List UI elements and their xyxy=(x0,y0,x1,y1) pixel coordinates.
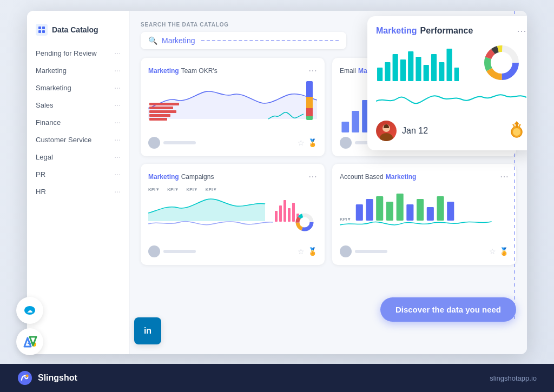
sidebar-item-dots: ··· xyxy=(114,101,121,109)
sidebar-item-pr[interactable]: PR ··· xyxy=(27,165,129,183)
card-marketing-campaigns: Marketing Campaigns ⋯ KPI▼ KPI▼ KPI▼ KPI… xyxy=(141,164,325,265)
floating-title-rest: Performance xyxy=(420,26,473,36)
main-wrapper: Data Catalog Pending for Review ··· Mark… xyxy=(0,0,554,392)
sidebar-item-pending[interactable]: Pending for Review ··· xyxy=(27,44,129,62)
card-username xyxy=(163,141,196,144)
card-menu-button[interactable]: ⋯ xyxy=(500,171,509,182)
search-query: Marketing xyxy=(162,36,195,45)
app-window: Data Catalog Pending for Review ··· Mark… xyxy=(27,11,527,354)
sidebar-item-sales[interactable]: Sales ··· xyxy=(27,96,129,114)
floating-performance-card: Marketing Performance ⋯ xyxy=(367,16,527,150)
card-action-icons: ☆ 🏅 xyxy=(489,247,509,256)
floating-award-icon xyxy=(507,120,526,142)
svg-rect-5 xyxy=(352,111,359,132)
floating-chart-area xyxy=(376,43,526,114)
card-avatar xyxy=(148,245,160,257)
color-bar xyxy=(306,81,313,120)
svg-rect-42 xyxy=(393,54,398,81)
card-username xyxy=(163,250,196,253)
svg-rect-45 xyxy=(416,57,421,81)
svg-rect-49 xyxy=(446,49,452,81)
search-dashes xyxy=(201,40,339,41)
kpi-label: KPI▼ xyxy=(167,187,179,192)
card-user-info xyxy=(148,245,196,257)
star-icon[interactable]: ☆ xyxy=(298,247,305,256)
sidebar-item-dots: ··· xyxy=(114,49,121,57)
card-username xyxy=(355,250,387,253)
svg-rect-3 xyxy=(42,30,45,33)
app-logos: ☁ xyxy=(16,297,43,355)
kpi-labels: KPI▼ KPI▼ KPI▼ KPI▼ xyxy=(148,187,317,192)
svg-rect-44 xyxy=(408,51,413,81)
star-icon[interactable]: ☆ xyxy=(298,138,305,147)
sidebar-item-marketing[interactable]: Marketing ··· xyxy=(27,62,129,79)
svg-rect-1 xyxy=(42,26,45,29)
card-title: Marketing Team OKR's xyxy=(148,67,217,75)
card-avatar xyxy=(340,137,352,149)
svg-rect-47 xyxy=(431,54,437,81)
medal-icon: 🏅 xyxy=(499,247,509,256)
card-title: Marketing Campaigns xyxy=(148,173,214,181)
card-user-info xyxy=(340,245,387,257)
cta-button[interactable]: Discover the data you need xyxy=(380,297,516,322)
search-bar[interactable]: 🔍 Marketing xyxy=(141,32,346,49)
brand-name: Slingshot xyxy=(38,373,77,383)
svg-rect-46 xyxy=(424,65,429,81)
sidebar-title: Data Catalog xyxy=(52,25,98,34)
floating-wave-chart xyxy=(376,82,526,114)
floating-bar-chart xyxy=(376,43,459,81)
card-marketing-okr: Marketing Team OKR's ⋯ xyxy=(141,58,325,156)
sidebar-item-dots: ··· xyxy=(114,135,121,144)
red-bars xyxy=(149,103,179,121)
card-avatar xyxy=(340,245,352,257)
chart-account: KPI▼ xyxy=(340,187,509,241)
floating-user-info: Jan 12 xyxy=(376,121,428,141)
medal-icon: 🏅 xyxy=(308,247,317,256)
svg-point-59 xyxy=(380,133,393,141)
sidebar-item-dots: ··· xyxy=(114,152,121,161)
svg-rect-22 xyxy=(288,208,291,222)
card-user-info xyxy=(148,137,196,149)
sidebar-item-smarketing[interactable]: Smarketing ··· xyxy=(27,79,129,96)
mini-line-chart xyxy=(268,111,304,123)
floating-avatar xyxy=(376,121,397,141)
card-header: Account Based Marketing ⋯ xyxy=(340,171,509,182)
star-icon[interactable]: ☆ xyxy=(489,247,496,256)
svg-point-61 xyxy=(513,128,520,136)
svg-rect-21 xyxy=(283,200,286,222)
card-menu-button[interactable]: ⋯ xyxy=(308,65,317,76)
medal-icon: 🏅 xyxy=(308,138,317,147)
linkedin-logo: in xyxy=(134,317,161,344)
app-url: slingshotapp.io xyxy=(490,374,537,382)
card-menu-button[interactable]: ⋯ xyxy=(308,171,317,182)
sidebar-item-dots: ··· xyxy=(114,170,121,178)
search-icon: 🔍 xyxy=(148,36,157,45)
svg-rect-0 xyxy=(38,26,41,29)
bottom-bar: Slingshot slingshotapp.io xyxy=(0,364,554,392)
floating-date: Jan 12 xyxy=(402,126,428,136)
svg-rect-50 xyxy=(454,68,459,81)
sidebar-item-dots: ··· xyxy=(114,66,121,75)
sidebar-item-finance[interactable]: Finance ··· xyxy=(27,114,129,131)
card-header: Marketing Team OKR's ⋯ xyxy=(148,65,317,76)
sidebar-item-hr[interactable]: HR ··· xyxy=(27,183,129,200)
card-action-icons: ☆ 🏅 xyxy=(298,138,317,147)
sidebar-item-customer-service[interactable]: Customer Service ··· xyxy=(27,131,129,148)
kpi-label: KPI▼ xyxy=(148,187,160,192)
card-avatar xyxy=(148,137,160,149)
sidebar-header: Data Catalog xyxy=(27,19,129,44)
kpi-label: KPI▼ xyxy=(206,187,217,192)
card-header: Marketing Campaigns ⋯ xyxy=(148,171,317,182)
svg-point-71 xyxy=(26,375,29,377)
small-donut xyxy=(294,212,315,232)
sidebar-item-dots: ··· xyxy=(114,187,121,196)
svg-text:☁: ☁ xyxy=(27,308,32,314)
floating-title-highlight: Marketing xyxy=(376,26,417,36)
slingshot-icon xyxy=(17,370,32,386)
svg-rect-2 xyxy=(38,30,41,33)
chart-okr xyxy=(148,81,317,132)
salesforce-logo: ☁ xyxy=(16,297,43,324)
floating-card-menu-button[interactable]: ⋯ xyxy=(517,25,526,37)
google-ads-logo xyxy=(16,328,43,355)
sidebar-item-legal[interactable]: Legal ··· xyxy=(27,148,129,165)
